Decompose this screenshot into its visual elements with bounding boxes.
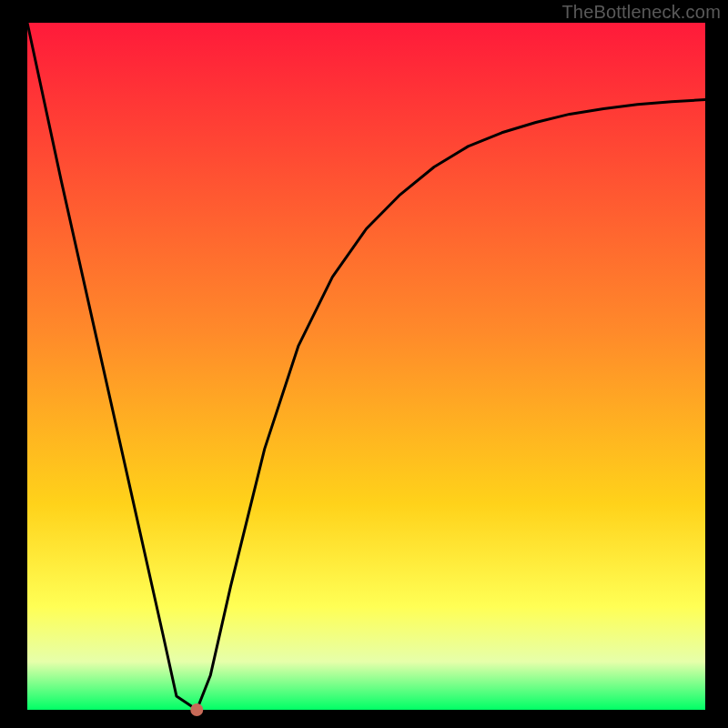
- optimum-marker: [190, 703, 203, 716]
- bottleneck-chart: [0, 0, 728, 728]
- watermark-label: TheBottleneck.com: [561, 2, 721, 23]
- chart-frame: TheBottleneck.com: [0, 0, 728, 728]
- plot-background: [27, 23, 705, 710]
